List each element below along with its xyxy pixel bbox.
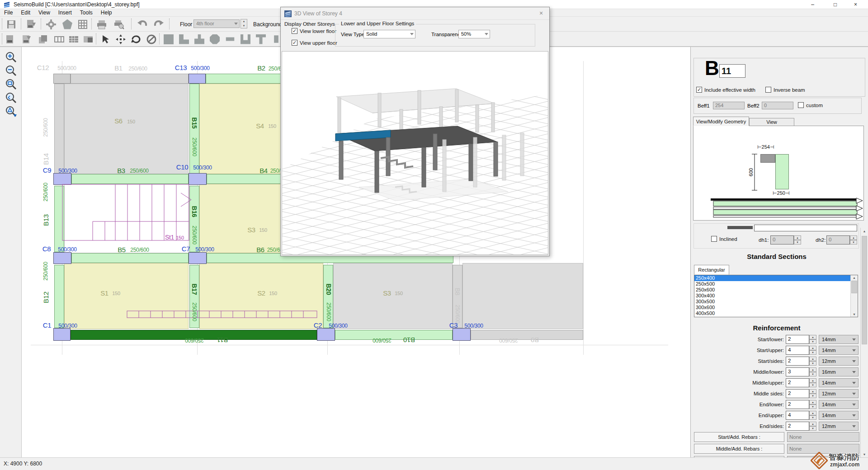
start-lower-spin-buttons[interactable]: ▲▼ [809, 335, 816, 344]
shape-u-button[interactable] [239, 33, 252, 45]
floor-select[interactable]: 4th floor [193, 19, 240, 28]
menu-file[interactable]: File [0, 9, 17, 16]
beam-b14[interactable] [54, 84, 64, 174]
sections-scroll-thumb[interactable] [851, 281, 857, 293]
column-c3[interactable] [453, 328, 471, 341]
panel-scrollbar[interactable]: ▲ ▼ [860, 228, 868, 457]
zoom-extents-button[interactable] [3, 105, 19, 118]
inverse-beam-checkbox[interactable]: Inverse beam [765, 87, 805, 93]
shape-tee-button[interactable] [254, 33, 268, 45]
minimize-button[interactable]: – [802, 0, 823, 9]
dh1-spin-buttons[interactable]: ▲▼ [794, 235, 801, 244]
column-c13[interactable] [189, 74, 206, 84]
beam-number-input[interactable]: 11 [719, 64, 745, 78]
section-option-250x600[interactable]: 250x600 [694, 287, 850, 293]
sections-listbox[interactable]: 250x400250x500250x600300x400300x500300x6… [694, 275, 858, 317]
view-lower-floor-checkbox[interactable]: ✓ View lower floor [292, 28, 336, 34]
column-c1[interactable] [53, 328, 71, 341]
beam-b10[interactable] [335, 330, 453, 340]
zoom-previous-button[interactable] [3, 91, 19, 104]
close-button[interactable]: × [845, 0, 866, 9]
column-c8[interactable] [53, 252, 71, 264]
middle-upper-spin-buttons[interactable]: ▲▼ [809, 378, 816, 387]
middle-upper-size-select[interactable]: 14mm [819, 378, 859, 387]
beff2-input[interactable]: 0 [762, 102, 793, 109]
beam-b5[interactable] [71, 253, 189, 263]
shape-l-button[interactable] [177, 33, 191, 45]
start-upper-size-select[interactable]: 14mm [819, 346, 859, 355]
beam-b3[interactable] [71, 174, 189, 184]
middle-lower-spin-buttons[interactable]: ▲▼ [809, 367, 816, 376]
end-sides-spin-buttons[interactable]: ▲▼ [809, 422, 816, 431]
zoom-in-button[interactable] [3, 51, 19, 63]
end-upper-spin-buttons[interactable]: ▲▼ [809, 411, 816, 420]
menu-tools[interactable]: Tools [76, 9, 97, 16]
delete-tool-button[interactable] [145, 33, 158, 45]
custom-checkbox[interactable]: custom [798, 102, 823, 108]
zoom-window-button[interactable] [3, 78, 19, 90]
shape-square-button[interactable] [162, 33, 175, 45]
panel-scroll-thumb[interactable] [862, 236, 867, 344]
grid-small-button[interactable] [52, 33, 66, 45]
dwg-tool-button[interactable] [4, 33, 17, 45]
redo-button[interactable] [151, 18, 166, 30]
transparency-select[interactable]: 50% [458, 30, 490, 38]
grid-button[interactable] [75, 18, 90, 30]
dialog-title-bar[interactable]: 3D View of Storey 4 × [281, 7, 549, 20]
menu-view[interactable]: View [34, 9, 54, 16]
start-add-rebars-value[interactable]: None [787, 432, 859, 442]
beam-b1[interactable] [71, 74, 189, 84]
scroll-up-icon[interactable]: ▲ [851, 276, 858, 279]
grid-dense-button[interactable] [67, 33, 80, 45]
table-tool-button[interactable] [81, 33, 95, 45]
end-sides-size-select[interactable]: 12mm [819, 422, 859, 431]
scroll-up-icon[interactable]: ▲ [861, 230, 868, 233]
tab-view-reinforcement[interactable]: View Reinforcement [749, 118, 794, 126]
middle-sides-spin-buttons[interactable]: ▲▼ [809, 389, 816, 398]
import-dwg-button[interactable] [24, 18, 39, 30]
sections-scrollbar[interactable]: ▲ ▼ [850, 275, 858, 317]
tab-view-modify-geometry[interactable]: View/Modify Geometry [693, 117, 749, 126]
print-button[interactable] [94, 18, 109, 30]
end-lower-size-select[interactable]: 14mm [819, 400, 859, 409]
column-c12[interactable] [53, 74, 71, 84]
slab-s6[interactable] [64, 84, 189, 174]
move-tool-button[interactable] [114, 33, 127, 45]
end-upper-size-select[interactable]: 14mm [819, 411, 859, 420]
section-option-250x500[interactable]: 250x500 [694, 281, 850, 287]
solid-view-button[interactable] [60, 18, 75, 30]
save-button[interactable] [4, 18, 19, 30]
dh2-spin-buttons[interactable]: ▲▼ [850, 235, 857, 244]
section-option-300x500[interactable]: 300x500 [694, 299, 850, 305]
start-add-rebars-button[interactable]: Start/Add. Rebars : [694, 432, 784, 442]
shape-bar-button[interactable] [223, 33, 237, 45]
section-option-300x600[interactable]: 300x600 [694, 305, 850, 310]
menu-insert[interactable]: Insert [54, 9, 76, 16]
section-option-400x500[interactable]: 400x500 [694, 310, 850, 316]
undo-button[interactable] [135, 18, 150, 30]
settings-button[interactable] [43, 18, 59, 30]
floor-spinner[interactable]: ▲▼ [241, 19, 247, 28]
slab-s3-bg[interactable] [333, 263, 453, 329]
maximize-button[interactable]: □ [825, 0, 845, 9]
copy-floor-button[interactable] [36, 33, 50, 45]
viewport-3d[interactable] [282, 51, 548, 255]
shape-octagon-button[interactable] [208, 33, 222, 45]
menu-edit[interactable]: Edit [17, 9, 34, 16]
column-c2[interactable] [317, 328, 335, 341]
scroll-down-icon[interactable]: ▼ [851, 313, 858, 316]
zoom-out-button[interactable] [3, 64, 19, 77]
middle-add-rebars-button[interactable]: Middle/Add. Rebars : [694, 444, 784, 454]
print-preview-button[interactable] [111, 18, 127, 30]
view-upper-floor-checkbox[interactable]: ✓ View upper floor [292, 40, 337, 46]
rotate-tool-button[interactable] [129, 33, 143, 45]
shape-tee-up-button[interactable] [193, 33, 206, 45]
view-type-select[interactable]: Solid [363, 30, 415, 38]
include-effective-width-checkbox[interactable]: ✓ Include effective width [696, 87, 755, 93]
select-tool-button[interactable] [99, 33, 112, 45]
dialog-close-icon[interactable]: × [537, 9, 546, 17]
end-lower-spin-buttons[interactable]: ▲▼ [809, 400, 816, 409]
tab-rectangular[interactable]: Rectangular [694, 265, 729, 275]
beam-b12[interactable] [54, 265, 64, 328]
inclined-checkbox[interactable]: Inclined [711, 236, 737, 242]
